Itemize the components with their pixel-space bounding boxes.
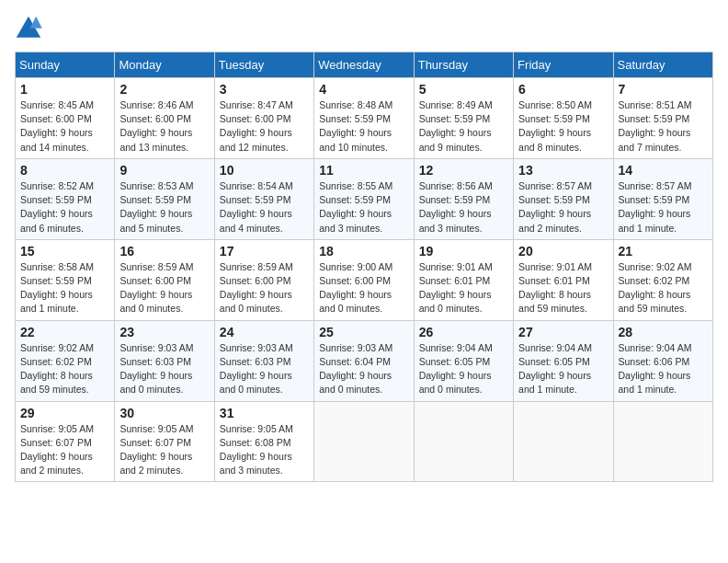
day-number: 20	[518, 244, 608, 259]
day-info: Sunrise: 9:01 AM Sunset: 6:01 PM Dayligh…	[518, 260, 608, 316]
day-number: 16	[119, 244, 209, 259]
weekday-header-friday: Friday	[514, 52, 613, 78]
day-info: Sunrise: 9:03 AM Sunset: 6:04 PM Dayligh…	[319, 341, 408, 397]
day-info: Sunrise: 8:58 AM Sunset: 5:59 PM Dayligh…	[20, 260, 109, 316]
day-number: 18	[319, 244, 408, 259]
weekday-header-monday: Monday	[115, 52, 214, 78]
day-number: 30	[119, 406, 209, 420]
calendar-cell	[314, 401, 414, 482]
calendar-cell: 31 Sunrise: 9:05 AM Sunset: 6:08 PM Dayl…	[214, 401, 313, 482]
weekday-header-tuesday: Tuesday	[214, 52, 313, 78]
day-number: 2	[119, 82, 209, 97]
day-info: Sunrise: 9:04 AM Sunset: 6:05 PM Dayligh…	[518, 341, 608, 397]
calendar-cell: 25 Sunrise: 9:03 AM Sunset: 6:04 PM Dayl…	[314, 320, 414, 401]
day-info: Sunrise: 9:01 AM Sunset: 6:01 PM Dayligh…	[419, 260, 508, 316]
calendar-cell: 2 Sunrise: 8:46 AM Sunset: 6:00 PM Dayli…	[115, 78, 214, 159]
calendar-cell: 22 Sunrise: 9:02 AM Sunset: 6:02 PM Dayl…	[16, 320, 115, 401]
day-info: Sunrise: 8:49 AM Sunset: 5:59 PM Dayligh…	[419, 98, 508, 155]
day-number: 27	[518, 325, 608, 339]
calendar-cell: 30 Sunrise: 9:05 AM Sunset: 6:07 PM Dayl…	[115, 401, 214, 482]
calendar-cell: 23 Sunrise: 9:03 AM Sunset: 6:03 PM Dayl…	[115, 320, 214, 401]
day-info: Sunrise: 8:51 AM Sunset: 5:59 PM Dayligh…	[619, 98, 708, 155]
day-info: Sunrise: 8:50 AM Sunset: 5:59 PM Dayligh…	[518, 98, 608, 155]
day-info: Sunrise: 8:53 AM Sunset: 5:59 PM Dayligh…	[119, 179, 209, 236]
calendar-cell: 17 Sunrise: 8:59 AM Sunset: 6:00 PM Dayl…	[214, 239, 313, 320]
day-info: Sunrise: 9:04 AM Sunset: 6:06 PM Dayligh…	[619, 341, 708, 397]
day-number: 31	[220, 406, 309, 420]
day-number: 22	[20, 325, 109, 339]
calendar-cell: 12 Sunrise: 8:56 AM Sunset: 5:59 PM Dayl…	[414, 158, 513, 239]
day-number: 6	[518, 82, 608, 97]
day-number: 19	[419, 244, 508, 259]
calendar-header-row: SundayMondayTuesdayWednesdayThursdayFrid…	[16, 52, 713, 78]
day-number: 5	[419, 82, 508, 97]
day-number: 11	[319, 163, 408, 178]
day-number: 15	[20, 244, 109, 259]
calendar-cell: 19 Sunrise: 9:01 AM Sunset: 6:01 PM Dayl…	[414, 239, 513, 320]
calendar-week-1: 1 Sunrise: 8:45 AM Sunset: 6:00 PM Dayli…	[16, 78, 713, 159]
day-info: Sunrise: 8:57 AM Sunset: 5:59 PM Dayligh…	[518, 179, 608, 236]
calendar-cell: 10 Sunrise: 8:54 AM Sunset: 5:59 PM Dayl…	[214, 158, 313, 239]
day-info: Sunrise: 8:57 AM Sunset: 5:59 PM Dayligh…	[619, 179, 708, 236]
day-info: Sunrise: 9:02 AM Sunset: 6:02 PM Dayligh…	[20, 341, 109, 397]
page-header	[15, 15, 713, 40]
day-number: 1	[20, 82, 109, 97]
calendar-week-2: 8 Sunrise: 8:52 AM Sunset: 5:59 PM Dayli…	[16, 158, 713, 239]
calendar-cell	[514, 401, 613, 482]
day-info: Sunrise: 8:55 AM Sunset: 5:59 PM Dayligh…	[319, 179, 408, 236]
day-number: 13	[518, 163, 608, 178]
day-info: Sunrise: 8:59 AM Sunset: 6:00 PM Dayligh…	[119, 260, 209, 316]
day-info: Sunrise: 8:56 AM Sunset: 5:59 PM Dayligh…	[419, 179, 508, 236]
calendar-cell: 11 Sunrise: 8:55 AM Sunset: 5:59 PM Dayl…	[314, 158, 414, 239]
calendar-cell: 27 Sunrise: 9:04 AM Sunset: 6:05 PM Dayl…	[514, 320, 613, 401]
calendar-cell: 1 Sunrise: 8:45 AM Sunset: 6:00 PM Dayli…	[16, 78, 115, 159]
calendar-week-4: 22 Sunrise: 9:02 AM Sunset: 6:02 PM Dayl…	[16, 320, 713, 401]
day-info: Sunrise: 8:48 AM Sunset: 5:59 PM Dayligh…	[319, 98, 408, 155]
calendar-cell: 28 Sunrise: 9:04 AM Sunset: 6:06 PM Dayl…	[613, 320, 712, 401]
calendar-week-3: 15 Sunrise: 8:58 AM Sunset: 5:59 PM Dayl…	[16, 239, 713, 320]
day-number: 8	[20, 163, 109, 178]
calendar-cell: 24 Sunrise: 9:03 AM Sunset: 6:03 PM Dayl…	[214, 320, 313, 401]
day-info: Sunrise: 8:47 AM Sunset: 6:00 PM Dayligh…	[220, 98, 309, 155]
calendar-cell: 8 Sunrise: 8:52 AM Sunset: 5:59 PM Dayli…	[16, 158, 115, 239]
day-info: Sunrise: 9:03 AM Sunset: 6:03 PM Dayligh…	[119, 341, 209, 397]
calendar-cell: 5 Sunrise: 8:49 AM Sunset: 5:59 PM Dayli…	[414, 78, 513, 159]
day-number: 9	[119, 163, 209, 178]
day-info: Sunrise: 9:04 AM Sunset: 6:05 PM Dayligh…	[419, 341, 508, 397]
day-info: Sunrise: 8:52 AM Sunset: 5:59 PM Dayligh…	[20, 179, 109, 236]
day-number: 14	[619, 163, 708, 178]
weekday-header-sunday: Sunday	[16, 52, 115, 78]
calendar-cell: 13 Sunrise: 8:57 AM Sunset: 5:59 PM Dayl…	[514, 158, 613, 239]
day-info: Sunrise: 9:03 AM Sunset: 6:03 PM Dayligh…	[220, 341, 309, 397]
day-number: 24	[220, 325, 309, 339]
day-info: Sunrise: 9:05 AM Sunset: 6:08 PM Dayligh…	[220, 422, 309, 478]
weekday-header-thursday: Thursday	[414, 52, 513, 78]
calendar-cell: 4 Sunrise: 8:48 AM Sunset: 5:59 PM Dayli…	[314, 78, 414, 159]
day-number: 26	[419, 325, 508, 339]
calendar-cell: 18 Sunrise: 9:00 AM Sunset: 6:00 PM Dayl…	[314, 239, 414, 320]
day-info: Sunrise: 9:00 AM Sunset: 6:00 PM Dayligh…	[319, 260, 408, 316]
calendar-cell: 7 Sunrise: 8:51 AM Sunset: 5:59 PM Dayli…	[613, 78, 712, 159]
day-info: Sunrise: 9:05 AM Sunset: 6:07 PM Dayligh…	[119, 422, 209, 478]
day-number: 10	[220, 163, 309, 178]
day-info: Sunrise: 9:02 AM Sunset: 6:02 PM Dayligh…	[619, 260, 708, 316]
logo	[15, 15, 46, 40]
calendar-cell: 9 Sunrise: 8:53 AM Sunset: 5:59 PM Dayli…	[115, 158, 214, 239]
day-number: 28	[619, 325, 708, 339]
day-number: 21	[619, 244, 708, 259]
calendar-cell: 20 Sunrise: 9:01 AM Sunset: 6:01 PM Dayl…	[514, 239, 613, 320]
calendar-cell: 16 Sunrise: 8:59 AM Sunset: 6:00 PM Dayl…	[115, 239, 214, 320]
calendar-cell: 3 Sunrise: 8:47 AM Sunset: 6:00 PM Dayli…	[214, 78, 313, 159]
weekday-header-wednesday: Wednesday	[314, 52, 414, 78]
day-info: Sunrise: 8:59 AM Sunset: 6:00 PM Dayligh…	[220, 260, 309, 316]
day-number: 17	[220, 244, 309, 259]
calendar-cell: 29 Sunrise: 9:05 AM Sunset: 6:07 PM Dayl…	[16, 401, 115, 482]
day-info: Sunrise: 8:45 AM Sunset: 6:00 PM Dayligh…	[20, 98, 109, 155]
calendar-table: SundayMondayTuesdayWednesdayThursdayFrid…	[15, 52, 713, 482]
calendar-cell: 21 Sunrise: 9:02 AM Sunset: 6:02 PM Dayl…	[613, 239, 712, 320]
day-number: 25	[319, 325, 408, 339]
day-info: Sunrise: 9:05 AM Sunset: 6:07 PM Dayligh…	[20, 422, 109, 478]
day-info: Sunrise: 8:54 AM Sunset: 5:59 PM Dayligh…	[220, 179, 309, 236]
calendar-cell: 15 Sunrise: 8:58 AM Sunset: 5:59 PM Dayl…	[16, 239, 115, 320]
day-number: 4	[319, 82, 408, 97]
